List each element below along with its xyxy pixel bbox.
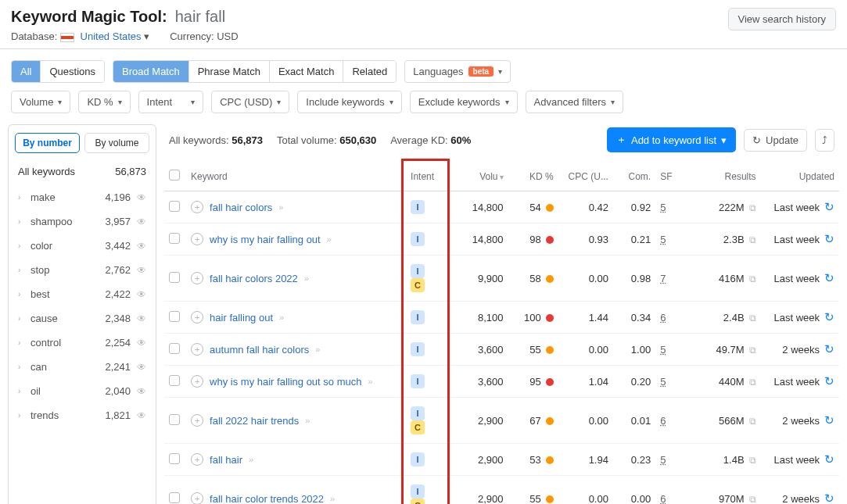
external-link-icon[interactable]: ⧉ <box>749 494 756 505</box>
eye-icon[interactable]: 👁 <box>137 410 146 421</box>
sidebar-item-label: can <box>31 361 90 373</box>
cell-cpc: 1.44 <box>558 302 613 334</box>
keyword-link[interactable]: fall hair color trends 2022 <box>210 493 324 505</box>
col-updated[interactable]: Updated <box>761 162 839 191</box>
filter-include[interactable]: Include keywords▾ <box>297 91 401 113</box>
add-keyword-icon[interactable]: + <box>191 201 203 213</box>
filter-advanced[interactable]: Advanced filters▾ <box>526 91 624 113</box>
eye-icon[interactable]: 👁 <box>137 338 146 349</box>
refresh-icon[interactable]: ↻ <box>824 310 834 323</box>
sidebar-item[interactable]: ›shampoo3,957👁 <box>13 209 151 234</box>
sidebar-item[interactable]: ›oil2,040👁 <box>13 379 151 403</box>
sidebar-item[interactable]: ›can2,241👁 <box>13 355 151 379</box>
sidebar-item[interactable]: ›make4,196👁 <box>13 185 151 209</box>
select-all-checkbox[interactable] <box>169 170 180 181</box>
keyword-link[interactable]: why is my hair falling out so much <box>210 376 361 388</box>
side-tab-by-number[interactable]: By number <box>15 133 80 153</box>
refresh-icon[interactable]: ↻ <box>824 413 834 427</box>
refresh-icon[interactable]: ↻ <box>824 271 834 284</box>
database-selector[interactable]: Database: United States ▾ <box>11 30 149 42</box>
sidebar-item[interactable]: ›best2,422👁 <box>13 282 151 306</box>
keyword-link[interactable]: fall hair colors 2022 <box>210 273 298 284</box>
external-link-icon[interactable]: ⧉ <box>749 202 756 213</box>
add-keyword-icon[interactable]: + <box>191 343 203 356</box>
refresh-icon[interactable]: ↻ <box>824 342 834 356</box>
col-intent[interactable]: Intent <box>406 162 445 191</box>
row-checkbox[interactable] <box>169 375 180 386</box>
add-keyword-icon[interactable]: + <box>191 233 203 245</box>
row-checkbox[interactable] <box>169 343 180 354</box>
external-link-icon[interactable]: ⧉ <box>749 313 756 323</box>
chevrons-right-icon: » <box>278 202 283 212</box>
row-checkbox[interactable] <box>169 492 180 503</box>
eye-icon[interactable]: 👁 <box>137 386 146 397</box>
sidebar-item[interactable]: ›control2,254👁 <box>13 331 151 355</box>
add-keyword-icon[interactable]: + <box>191 492 203 504</box>
sidebar-item[interactable]: ›color3,442👁 <box>13 234 151 258</box>
external-link-icon[interactable]: ⧉ <box>749 455 756 466</box>
view-history-button[interactable]: View search history <box>728 8 836 30</box>
row-checkbox[interactable] <box>169 201 180 212</box>
row-checkbox[interactable] <box>169 453 180 464</box>
add-keyword-icon[interactable]: + <box>191 453 203 466</box>
external-link-icon[interactable]: ⧉ <box>749 416 756 427</box>
update-button[interactable]: ↻ Update <box>744 129 807 152</box>
side-tab-by-volume[interactable]: By volume <box>84 133 149 153</box>
sidebar-item[interactable]: ›trends1,821👁 <box>13 403 151 427</box>
refresh-icon[interactable]: ↻ <box>824 232 834 245</box>
add-keyword-icon[interactable]: + <box>191 311 203 323</box>
tab-phrase-match[interactable]: Phrase Match <box>189 61 270 82</box>
tab-related[interactable]: Related <box>343 61 396 82</box>
add-keyword-icon[interactable]: + <box>191 272 203 284</box>
keyword-link[interactable]: fall hair <box>210 454 242 466</box>
col-cpc[interactable]: CPC (U... <box>558 162 613 191</box>
add-to-keyword-list-button[interactable]: ＋ Add to keyword list ▾ <box>607 127 736 152</box>
row-checkbox[interactable] <box>169 272 180 283</box>
external-link-icon[interactable]: ⧉ <box>749 345 756 356</box>
refresh-icon[interactable]: ↻ <box>824 200 834 213</box>
filter-intent[interactable]: Intent▾ <box>138 91 204 113</box>
tab-questions[interactable]: Questions <box>41 61 104 82</box>
export-button[interactable]: ⤴ <box>815 129 834 152</box>
tab-broad-match[interactable]: Broad Match <box>113 61 189 82</box>
add-keyword-icon[interactable]: + <box>191 414 203 427</box>
tab-exact-match[interactable]: Exact Match <box>270 61 344 82</box>
keyword-link[interactable]: why is my hair falling out <box>210 234 321 245</box>
keyword-link[interactable]: fall 2022 hair trends <box>210 415 299 427</box>
col-kd[interactable]: KD % <box>508 162 558 191</box>
row-checkbox[interactable] <box>169 233 180 244</box>
refresh-icon[interactable]: ↻ <box>824 452 834 466</box>
eye-icon[interactable]: 👁 <box>137 313 146 324</box>
col-keyword[interactable]: Keyword <box>186 162 406 191</box>
languages-dropdown[interactable]: Languages beta ▾ <box>404 60 511 83</box>
refresh-icon[interactable]: ↻ <box>824 374 834 388</box>
col-results[interactable]: Results <box>690 162 760 191</box>
eye-icon[interactable]: 👁 <box>137 289 146 300</box>
external-link-icon[interactable]: ⧉ <box>749 234 756 245</box>
filter-cpc[interactable]: CPC (USD)▾ <box>211 91 289 113</box>
eye-icon[interactable]: 👁 <box>137 192 146 203</box>
keyword-link[interactable]: hair falling out <box>210 312 273 323</box>
sidebar-all-keywords[interactable]: All keywords 56,873 <box>13 161 151 185</box>
keyword-link[interactable]: fall hair colors <box>210 202 272 213</box>
eye-icon[interactable]: 👁 <box>137 362 146 373</box>
external-link-icon[interactable]: ⧉ <box>749 273 756 284</box>
tab-all[interactable]: All <box>12 61 41 82</box>
refresh-icon[interactable]: ↻ <box>824 491 834 504</box>
eye-icon[interactable]: 👁 <box>137 265 146 276</box>
row-checkbox[interactable] <box>169 311 180 322</box>
sidebar-item[interactable]: ›stop2,762👁 <box>13 258 151 282</box>
col-sf[interactable]: SF <box>655 162 690 191</box>
sidebar-item[interactable]: ›cause2,348👁 <box>13 306 151 331</box>
add-keyword-icon[interactable]: + <box>191 375 203 388</box>
external-link-icon[interactable]: ⧉ <box>749 377 756 388</box>
eye-icon[interactable]: 👁 <box>137 241 146 252</box>
col-com[interactable]: Com. <box>613 162 655 191</box>
filter-exclude[interactable]: Exclude keywords▾ <box>410 91 518 113</box>
filter-kd[interactable]: KD %▾ <box>78 91 130 113</box>
keyword-link[interactable]: autumn fall hair colors <box>210 344 309 356</box>
col-volume[interactable]: Volu▾ <box>445 162 508 191</box>
row-checkbox[interactable] <box>169 414 180 425</box>
filter-volume[interactable]: Volume▾ <box>11 91 70 113</box>
eye-icon[interactable]: 👁 <box>137 216 146 227</box>
